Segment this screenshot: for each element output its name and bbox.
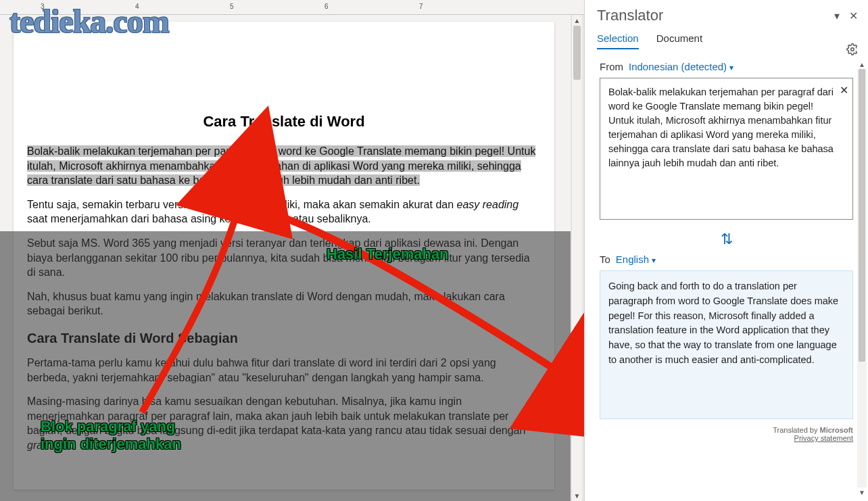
tab-document[interactable]: Document bbox=[656, 32, 702, 49]
chevron-down-icon: ▾ bbox=[729, 63, 733, 72]
ruler-mark: 4 bbox=[135, 3, 139, 10]
paragraph-2[interactable]: Tentu saja, semakin terbaru versi Word y… bbox=[27, 197, 541, 226]
tab-selection[interactable]: Selection bbox=[597, 32, 639, 49]
ruler-mark: 6 bbox=[324, 3, 329, 10]
paragraph-4[interactable]: Nah, khusus buat kamu yang ingin melakuk… bbox=[27, 289, 541, 318]
source-text-box[interactable]: Bolak-balik melakukan terjemahan per par… bbox=[600, 78, 853, 220]
from-language-select[interactable]: Indonesian (detected)▾ bbox=[629, 61, 733, 72]
clear-source-icon[interactable]: ✕ bbox=[840, 82, 848, 98]
pane-close-icon[interactable]: ✕ bbox=[845, 7, 861, 24]
to-language-row: To English▾ bbox=[585, 251, 868, 270]
ruler-mark: 5 bbox=[230, 3, 234, 10]
scroll-down-icon[interactable]: ▼ bbox=[572, 490, 582, 501]
vertical-scrollbar[interactable]: ▲ ▼ bbox=[571, 15, 582, 501]
svg-point-0 bbox=[851, 48, 854, 51]
privacy-link[interactable]: Privacy statement bbox=[585, 434, 868, 442]
to-language-select[interactable]: English▾ bbox=[616, 254, 656, 265]
pane-menu-icon[interactable]: ▾ bbox=[829, 7, 845, 24]
settings-gear-icon[interactable] bbox=[846, 43, 859, 58]
paragraph-1[interactable]: Bolak-balik melakukan terjemahan per par… bbox=[27, 144, 541, 188]
scroll-up-icon[interactable]: ▲ bbox=[857, 59, 867, 69]
horizontal-ruler: 3 4 5 6 7 bbox=[0, 0, 584, 15]
scroll-thumb[interactable] bbox=[859, 69, 865, 362]
source-text: Bolak-balik melakukan terjemahan per par… bbox=[608, 87, 834, 168]
pane-scrollbar[interactable]: ▲ ▼ bbox=[857, 69, 867, 487]
translation-credit: Translated by Microsoft bbox=[585, 425, 868, 434]
selected-text[interactable]: Bolak-balik melakukan terjemahan per par… bbox=[27, 145, 535, 186]
from-language-row: From Indonesian (detected)▾ bbox=[585, 50, 868, 78]
doc-title[interactable]: Cara Translate di Word bbox=[27, 113, 541, 130]
to-label: To bbox=[600, 254, 610, 265]
swap-languages-icon[interactable]: ⇅ bbox=[585, 231, 868, 248]
page-viewport[interactable]: Cara Translate di Word Bolak-balik melak… bbox=[0, 15, 571, 501]
microsoft-logo-text: Microsoft bbox=[820, 426, 854, 434]
pane-title: Translator bbox=[597, 7, 829, 24]
subheading[interactable]: Cara Translate di Word Sebagian bbox=[27, 331, 541, 346]
from-label: From bbox=[600, 61, 623, 72]
translator-tabs: Selection Document bbox=[585, 28, 868, 50]
target-text-box[interactable]: Going back and forth to do a translation… bbox=[600, 270, 853, 419]
scroll-up-icon[interactable]: ▲ bbox=[572, 15, 582, 26]
translator-pane: Translator ▾ ✕ Selection Document From I… bbox=[584, 0, 868, 501]
paragraph-3[interactable]: Sebut saja MS. Word 365 yang menjadi ver… bbox=[27, 236, 541, 280]
chevron-down-icon: ▾ bbox=[652, 256, 656, 265]
document-area: 3 4 5 6 7 Cara Translate di Word Bolak-b… bbox=[0, 0, 584, 501]
document-page[interactable]: Cara Translate di Word Bolak-balik melak… bbox=[14, 22, 554, 490]
ruler-mark: 7 bbox=[419, 3, 423, 10]
ruler-mark: 3 bbox=[41, 3, 45, 10]
paragraph-6[interactable]: Masing-masing darinya bisa kamu sesuaika… bbox=[27, 394, 541, 452]
scroll-thumb[interactable] bbox=[573, 26, 581, 80]
paragraph-5[interactable]: Pertama-tama perlu kamu ketahui dulu bah… bbox=[27, 356, 541, 385]
scroll-down-icon[interactable]: ▼ bbox=[857, 487, 867, 497]
